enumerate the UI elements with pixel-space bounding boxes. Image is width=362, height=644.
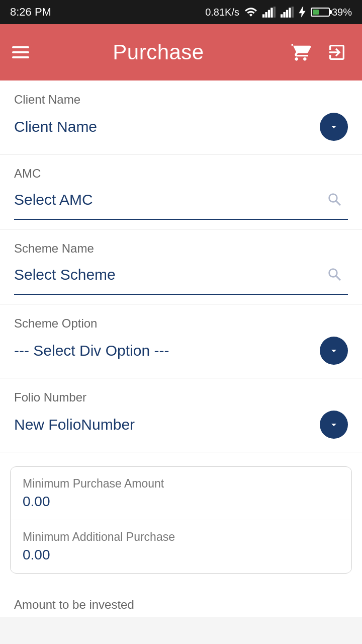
client-name-value: Client Name — [14, 118, 320, 135]
scheme-name-section: Scheme Name Select Scheme — [0, 229, 362, 304]
page-title: Purchase — [29, 40, 288, 64]
svg-rect-9 — [292, 7, 294, 18]
scheme-name-label: Scheme Name — [14, 242, 348, 256]
app-bar-actions — [288, 39, 350, 65]
amc-search-button[interactable] — [322, 187, 348, 213]
scheme-option-section: Scheme Option --- Select Div Option --- — [0, 304, 362, 378]
scheme-option-dropdown[interactable] — [320, 337, 348, 365]
svg-rect-5 — [281, 14, 283, 18]
battery-display: 39% — [311, 7, 352, 18]
folio-number-value: New FolioNumber — [14, 416, 320, 433]
svg-rect-7 — [286, 10, 288, 18]
svg-rect-1 — [265, 12, 267, 18]
svg-rect-3 — [270, 8, 273, 18]
time-display: 8:26 PM — [10, 6, 51, 19]
scheme-name-value: Select Scheme — [14, 266, 322, 283]
status-bar: 8:26 PM 0.81K/s — [0, 0, 362, 24]
scheme-option-value: --- Select Div Option --- — [14, 342, 320, 359]
scheme-option-row: --- Select Div Option --- — [14, 337, 348, 369]
scheme-name-row: Select Scheme — [14, 262, 348, 292]
min-purchase-value: 0.00 — [23, 494, 339, 510]
charging-icon — [299, 7, 306, 18]
menu-button[interactable] — [12, 46, 29, 58]
svg-rect-2 — [268, 10, 270, 18]
min-purchase-label: Minimum Purchase Amount — [23, 477, 339, 491]
min-additional-label: Minimum Additional Purchase — [23, 530, 339, 544]
amc-section: AMC Select AMC — [0, 154, 362, 229]
client-name-dropdown[interactable] — [320, 113, 348, 141]
folio-number-row: New FolioNumber — [14, 411, 348, 443]
cart-button[interactable] — [288, 39, 314, 65]
folio-number-section: Folio Number New FolioNumber — [0, 378, 362, 452]
signal-icon — [262, 7, 276, 18]
app-bar: Purchase — [0, 24, 362, 80]
status-time-section: 8:26 PM — [10, 6, 51, 19]
amount-invested-text: Amount to be invested — [14, 598, 134, 611]
battery-percent: 39% — [332, 7, 352, 18]
svg-rect-6 — [283, 12, 285, 18]
min-purchase-row: Minimum Purchase Amount 0.00 — [11, 467, 351, 520]
svg-rect-8 — [289, 8, 291, 18]
form-content: Client Name Client Name AMC Select AMC S… — [0, 80, 362, 617]
info-card: Minimum Purchase Amount 0.00 Minimum Add… — [10, 466, 352, 574]
amount-invested-label: Amount to be invested — [0, 588, 362, 617]
client-name-row: Client Name — [14, 113, 348, 145]
client-name-section: Client Name Client Name — [0, 80, 362, 154]
amc-row: Select AMC — [14, 187, 348, 217]
scheme-search-button[interactable] — [322, 262, 348, 288]
folio-number-dropdown[interactable] — [320, 411, 348, 439]
logout-button[interactable] — [324, 39, 350, 65]
status-icons-section: 0.81K/s 39% — [205, 7, 352, 18]
network-speed: 0.81K/s — [205, 7, 239, 18]
wifi-icon — [244, 7, 257, 18]
min-additional-value: 0.00 — [23, 547, 339, 563]
svg-rect-4 — [274, 7, 276, 18]
client-name-label: Client Name — [14, 93, 348, 107]
signal2-icon — [281, 7, 294, 18]
amc-value: Select AMC — [14, 191, 322, 208]
svg-rect-0 — [262, 14, 264, 18]
folio-number-label: Folio Number — [14, 390, 348, 405]
amc-label: AMC — [14, 167, 348, 181]
min-additional-row: Minimum Additional Purchase 0.00 — [11, 520, 351, 573]
scheme-option-label: Scheme Option — [14, 316, 348, 331]
